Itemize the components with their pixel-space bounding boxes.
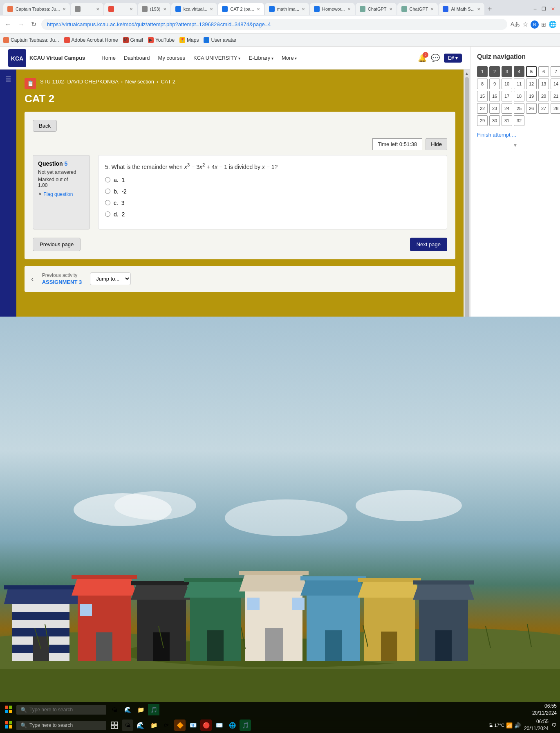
nav-num-23[interactable]: 23 — [489, 103, 500, 114]
nav-num-16[interactable]: 16 — [489, 91, 500, 101]
nav-num-10[interactable]: 10 — [502, 79, 512, 89]
tab-3[interactable]: ✕ — [104, 3, 137, 15]
tab-5-close[interactable]: ✕ — [210, 7, 213, 11]
nav-num-15[interactable]: 15 — [477, 91, 488, 101]
tab-10[interactable]: ChatGPT ✕ — [397, 3, 438, 15]
taskbar-widgets[interactable]: 🌤 — [122, 720, 133, 731]
option-d-label[interactable]: d. 2 — [114, 211, 125, 218]
nav-num-9[interactable]: 9 — [489, 79, 500, 89]
nav-num-21[interactable]: 21 — [551, 91, 560, 101]
nav-num-11[interactable]: 11 — [514, 79, 524, 89]
tab-2[interactable]: ✕ — [71, 3, 103, 15]
breadcrumb-course[interactable]: STU 1102- DAVID CHEPKONGA — [40, 79, 119, 85]
nav-num-6[interactable]: 6 — [538, 66, 549, 77]
nav-num-27[interactable]: 27 — [538, 103, 549, 114]
nav-num-22[interactable]: 22 — [477, 103, 488, 114]
tab-1[interactable]: Captain Tsubasa: Ju... ✕ — [3, 3, 70, 15]
nav-num-5[interactable]: 5 — [526, 66, 537, 77]
bookmark-icon[interactable]: ☆ — [522, 20, 528, 28]
taskbar-app-2[interactable]: 📧 — [187, 720, 199, 731]
close-button[interactable]: ✕ — [549, 4, 557, 13]
edge-secondary[interactable]: 🌊 — [122, 704, 133, 715]
url-input[interactable] — [41, 19, 507, 30]
breadcrumb-section[interactable]: New section — [125, 79, 154, 85]
tab-9-close[interactable]: ✕ — [389, 7, 392, 11]
extension-icon[interactable]: ⊞ — [541, 21, 546, 28]
tab-8[interactable]: Homewor... ✕ — [310, 3, 355, 15]
reload-button[interactable]: ↻ — [29, 19, 38, 30]
nav-num-29[interactable]: 29 — [477, 115, 488, 126]
bookmark-youtube[interactable]: ▶ YouTube — [148, 37, 175, 43]
tab-5[interactable]: kca virtual... ✕ — [171, 3, 217, 15]
start-button[interactable] — [3, 720, 14, 731]
nav-num-31[interactable]: 31 — [502, 115, 512, 126]
volume-icon[interactable]: 🔊 — [514, 722, 521, 729]
bookmark-maps[interactable]: 📍 Maps — [179, 37, 199, 43]
user-menu-button[interactable]: E# ▾ — [444, 54, 462, 63]
tab-11[interactable]: AI Math S... ✕ — [439, 3, 484, 15]
taskbar-clock[interactable]: 06:55 20/11/2024 — [524, 718, 549, 732]
network-icon[interactable]: 📶 — [506, 722, 513, 729]
scroll-bar[interactable]: ▲ ▼ — [464, 70, 470, 317]
nav-more[interactable]: More — [282, 55, 297, 61]
tab-6-close[interactable]: ✕ — [257, 7, 260, 11]
nav-num-1[interactable]: 1 — [477, 66, 488, 77]
option-b-label[interactable]: b. -2 — [114, 188, 127, 195]
scroll-thumb[interactable] — [465, 77, 469, 317]
taskbar-edge[interactable]: 🌊 — [135, 720, 146, 731]
taskbar-search-box[interactable]: 🔍 — [16, 721, 106, 730]
message-icon[interactable]: 💬 — [431, 54, 440, 63]
restore-button[interactable]: ❐ — [540, 4, 548, 13]
nav-num-14[interactable]: 14 — [551, 79, 560, 89]
nav-num-17[interactable]: 17 — [502, 91, 512, 101]
option-c-label[interactable]: c. 3 — [114, 200, 124, 206]
jump-to-select[interactable]: Jump to... — [90, 272, 131, 285]
nav-num-28[interactable]: 28 — [551, 103, 560, 114]
flag-link[interactable]: Flag question — [43, 191, 73, 197]
bookmark-acrobat[interactable]: Adobe Acrobat Home — [64, 37, 118, 43]
taskbar-task-view[interactable] — [109, 720, 120, 731]
taskbar-app-4[interactable]: 🌐 — [226, 720, 238, 731]
taskbar-app-1[interactable]: 🔶 — [174, 720, 186, 731]
tab-8-close[interactable]: ✕ — [347, 7, 351, 11]
nav-num-2[interactable]: 2 — [489, 66, 500, 77]
tab-9[interactable]: ChatGPT ✕ — [356, 3, 396, 15]
finish-attempt-link[interactable]: Finish attempt ... — [477, 132, 516, 138]
option-c-radio[interactable] — [105, 200, 110, 205]
nav-num-19[interactable]: 19 — [526, 91, 537, 101]
new-tab-button[interactable]: + — [485, 5, 495, 13]
tab-10-close[interactable]: ✕ — [430, 7, 434, 11]
nav-e-library[interactable]: E-Library — [249, 55, 273, 61]
taskbar-search-box-secondary[interactable]: 🔍 — [16, 705, 106, 715]
explorer-secondary[interactable]: 📁 — [135, 704, 146, 715]
scroll-up-arrow[interactable]: ▲ — [465, 71, 469, 76]
option-d-radio[interactable] — [105, 211, 110, 217]
tab-6[interactable]: CAT 2 (pa... ✕ — [218, 3, 264, 15]
nav-num-8[interactable]: 8 — [477, 79, 488, 89]
bookmark-gmail[interactable]: M Gmail — [123, 37, 143, 43]
edge-icon[interactable]: 🌐 — [549, 20, 557, 28]
taskbar-store[interactable]: 🛍 — [161, 720, 172, 731]
tab-1-close[interactable]: ✕ — [63, 7, 66, 11]
kca-logo[interactable]: KCA KCAU Virtual Campus — [8, 49, 85, 67]
clock-secondary[interactable]: 06:55 20/11/2024 — [532, 703, 557, 717]
nav-my-courses[interactable]: My courses — [158, 55, 185, 61]
tab-4[interactable]: (193) ✕ — [138, 3, 170, 15]
panel-scroll-down[interactable]: ▼ — [513, 142, 518, 148]
taskbar-mail[interactable]: ✉️ — [213, 720, 225, 731]
nav-num-30[interactable]: 30 — [489, 115, 500, 126]
taskbar-file-explorer[interactable]: 📁 — [148, 720, 159, 731]
sidebar-toggle-button[interactable]: ☰ — [0, 70, 16, 317]
back-button[interactable]: Back — [33, 120, 57, 132]
start-button-secondary[interactable] — [3, 704, 14, 716]
minimize-button[interactable]: − — [532, 4, 538, 14]
nav-home[interactable]: Home — [101, 55, 116, 61]
notification-bell[interactable]: 🔔 2 — [418, 54, 427, 63]
forward-nav-button[interactable]: → — [16, 19, 26, 30]
translate-icon[interactable]: Aあ — [511, 21, 520, 28]
nav-num-13[interactable]: 13 — [538, 79, 549, 89]
previous-page-button[interactable]: Previous page — [33, 238, 81, 251]
nav-num-4[interactable]: 4 — [514, 66, 524, 77]
taskbar-search-input-secondary[interactable] — [29, 707, 95, 713]
nav-num-3[interactable]: 3 — [502, 66, 512, 77]
